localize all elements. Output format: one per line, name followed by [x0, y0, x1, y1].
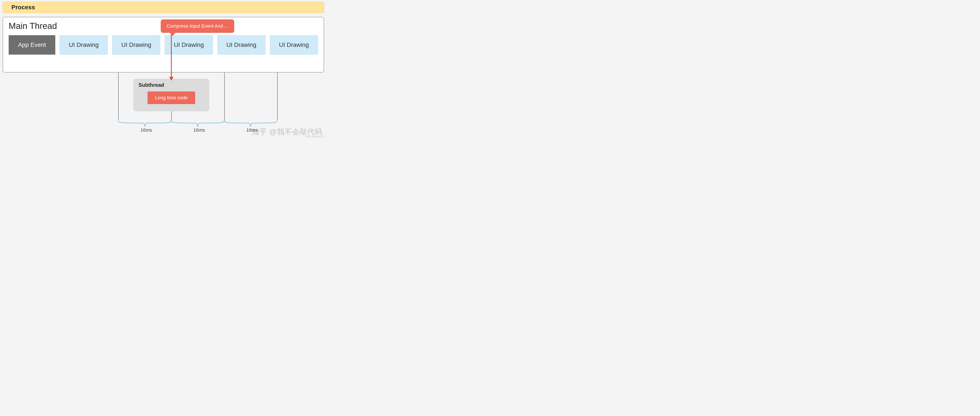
long-time-code-box: Long time code [148, 92, 195, 104]
ui-drawing-box: UI Drawing [217, 35, 266, 55]
interval-label: 16ms [246, 127, 258, 133]
timeline-divider [171, 111, 172, 120]
event-label: UI Drawing [279, 41, 309, 48]
event-label: UI Drawing [226, 41, 256, 48]
watermark-small-text: @稀土掘金技术社区 [305, 135, 325, 138]
subthread-container: Subthread Long time code [134, 79, 209, 111]
brace-icon [224, 120, 277, 127]
callout-text: Compress Input Event And ... [167, 23, 228, 29]
subthread-title: Subthread [138, 82, 204, 88]
ui-drawing-box: UI Drawing [112, 35, 160, 55]
long-time-code-label: Long time code [155, 95, 188, 101]
event-label: App Event [18, 41, 46, 48]
timeline-divider [277, 73, 278, 120]
process-title: Process [11, 4, 35, 11]
brace-icon [171, 120, 224, 127]
interval-label: 16ms [140, 127, 152, 133]
compress-callout: Compress Input Event And ... [161, 19, 234, 33]
event-label: UI Drawing [69, 41, 99, 48]
ui-drawing-box: UI Drawing [270, 35, 318, 55]
event-label: UI Drawing [121, 41, 151, 48]
timeline-divider [118, 73, 119, 120]
app-event-box: App Event [9, 35, 55, 55]
timeline-divider [224, 73, 225, 120]
interval-label: 16ms [193, 127, 205, 133]
event-label: UI Drawing [174, 41, 204, 48]
thread-event-row: App Event UI Drawing UI Drawing UI Drawi… [9, 35, 318, 55]
ui-drawing-box: UI Drawing [60, 35, 108, 55]
process-header: Process [3, 2, 324, 13]
ui-drawing-box: UI Drawing [165, 35, 213, 55]
brace-icon [118, 120, 171, 127]
